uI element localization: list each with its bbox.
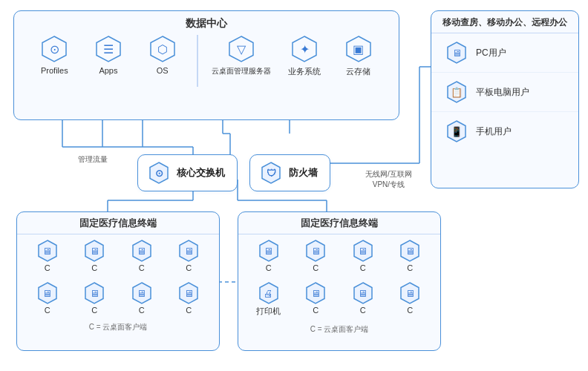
terminal-right-footnote: C = 云桌面客户端 xyxy=(238,321,440,339)
terminal-right-printer: 🖨 打印机 xyxy=(256,281,281,317)
terminal-right-c7: 🖥 C xyxy=(398,281,422,317)
hexagon-apps: ☰ xyxy=(94,35,122,63)
terminal-right-hex4: 🖥 xyxy=(398,239,422,263)
terminal-left-icon1: 🖥 xyxy=(42,246,52,257)
terminal-left-footnote: C = 云桌面客户端 xyxy=(17,319,219,337)
terminal-right-hex6: 🖥 xyxy=(351,281,375,305)
terminal-right-hex1: 🖥 xyxy=(257,239,281,263)
terminal-left-icon6: 🖥 xyxy=(90,288,99,299)
terminal-right-label6: C xyxy=(360,306,366,315)
terminal-left-c4: 🖥 C xyxy=(177,239,200,272)
terminal-left-label4: C xyxy=(186,263,192,272)
terminal-right-hex7: 🖥 xyxy=(398,281,422,305)
hexagon-cloud-storage: ▣ xyxy=(344,35,373,63)
terminal-right-row1: 🖥 C 🖥 C 🖥 xyxy=(238,234,440,277)
terminal-right-icon7: 🖥 xyxy=(405,288,415,299)
terminal-left-label3: C xyxy=(139,263,145,272)
core-switch-icon: ⊙ xyxy=(155,168,163,179)
terminal-right-c6: 🖥 C xyxy=(351,281,375,317)
terminal-left-hex1: 🖥 xyxy=(36,239,59,263)
desktop-mgr-label: 云桌面管理服务器 xyxy=(212,66,271,76)
main-container: 数据中心 ⊙ Profiles ☰ xyxy=(0,0,588,371)
switch-area: ⊙ 核心交换机 🛡 防火墙 xyxy=(137,154,330,191)
terminal-left-hex3: 🖥 xyxy=(130,239,154,263)
terminal-right-label1: C xyxy=(266,263,272,272)
os-label: OS xyxy=(157,66,169,75)
terminal-right-printer-label: 打印机 xyxy=(256,306,281,317)
terminal-left-label1: C xyxy=(45,263,50,272)
phone-user-item: 📱 手机用户 xyxy=(431,112,578,151)
terminal-right-title: 固定医疗信息终端 xyxy=(238,212,440,234)
tablet-user-item: 📋 平板电脑用户 xyxy=(431,73,578,112)
phone-user-label: 手机用户 xyxy=(476,125,512,138)
terminal-right-c2: 🖥 C xyxy=(304,239,327,272)
pc-user-hex: 🖥 xyxy=(445,41,468,65)
icon-profiles: ⊙ Profiles xyxy=(33,35,75,75)
core-switch-box: ⊙ 核心交换机 xyxy=(137,154,238,191)
terminal-right-icon2: 🖥 xyxy=(311,246,321,257)
cloud-storage-label: 云存储 xyxy=(346,66,370,77)
hexagon-desktop-mgr: ▽ xyxy=(227,35,255,63)
mgmt-flow-label: 管理流量 xyxy=(78,154,108,165)
terminal-left-label7: C xyxy=(139,306,145,315)
terminal-left-hex2: 🖥 xyxy=(82,239,106,263)
icon-os: ⬡ OS xyxy=(142,35,183,75)
tablet-user-label: 平板电脑用户 xyxy=(476,86,529,99)
terminal-left-label5: C xyxy=(45,306,50,315)
cloud-storage-icon: ▣ xyxy=(353,42,364,56)
terminal-left-hex8: 🖥 xyxy=(177,281,200,305)
terminal-left-label6: C xyxy=(91,306,97,315)
terminal-right-hex5: 🖥 xyxy=(304,281,327,305)
icon-desktop-mgr: ▽ 云桌面管理服务器 xyxy=(212,35,271,76)
terminal-left-c2: 🖥 C xyxy=(82,239,106,272)
terminal-left-row1: 🖥 C 🖥 C 🖥 xyxy=(17,234,219,277)
terminal-left-hex7: 🖥 xyxy=(130,281,154,305)
terminal-left-icon2: 🖥 xyxy=(90,246,99,257)
terminal-left-label8: C xyxy=(186,306,192,315)
wireless-note: 无线网/互联网 VPN/专线 xyxy=(365,159,412,190)
terminal-right-icon3: 🖥 xyxy=(358,246,368,257)
terminal-right-printer-icon: 🖨 xyxy=(264,288,273,299)
core-switch-hex: ⊙ xyxy=(147,161,171,185)
terminal-left-icon7: 🖥 xyxy=(137,288,146,299)
terminal-left-box: 固定医疗信息终端 🖥 C 🖥 C xyxy=(16,211,220,351)
firewall-label: 防火墙 xyxy=(289,166,318,180)
profiles-icon: ⊙ xyxy=(50,42,59,56)
firewall-box: 🛡 防火墙 xyxy=(249,154,330,191)
hexagon-profiles: ⊙ xyxy=(40,35,68,63)
hexagon-os: ⬡ xyxy=(148,35,177,63)
terminal-right-label4: C xyxy=(407,263,413,272)
icon-biz-system: ✦ 业务系统 xyxy=(284,35,325,77)
terminal-left-hex4: 🖥 xyxy=(177,239,200,263)
firewall-hex: 🛡 xyxy=(259,161,283,185)
apps-icon: ☰ xyxy=(103,42,114,56)
phone-user-icon: 📱 xyxy=(451,126,463,137)
terminal-left-c3: 🖥 C xyxy=(130,239,154,272)
terminal-left-c7: 🖥 C xyxy=(130,281,154,315)
pc-user-icon: 🖥 xyxy=(452,47,462,59)
tablet-user-icon: 📋 xyxy=(451,87,463,98)
core-switch-label: 核心交换机 xyxy=(177,166,225,180)
terminal-right-label2: C xyxy=(313,263,318,272)
terminal-left-label2: C xyxy=(91,263,97,272)
tablet-user-hex: 📋 xyxy=(445,80,468,104)
terminal-right-row2: 🖨 打印机 🖥 C 🖥 xyxy=(238,277,440,321)
terminal-right-icon5: 🖥 xyxy=(311,288,321,299)
terminal-left-icon3: 🖥 xyxy=(137,246,146,257)
mobile-title: 移动查房、移动办公、远程办公 xyxy=(431,11,578,33)
terminal-right-hex3: 🖥 xyxy=(351,239,375,263)
terminal-right-icon4: 🖥 xyxy=(405,246,415,257)
biz-system-label: 业务系统 xyxy=(288,66,321,77)
terminal-left-c1: 🖥 C xyxy=(36,239,59,272)
terminal-left-hex5: 🖥 xyxy=(36,281,59,305)
terminal-left-hex6: 🖥 xyxy=(82,281,106,305)
pc-user-item: 🖥 PC用户 xyxy=(431,33,578,73)
firewall-icon: 🛡 xyxy=(267,168,276,179)
datacenter-box: 数据中心 ⊙ Profiles ☰ xyxy=(13,10,399,120)
terminal-right-c4: 🖥 C xyxy=(398,239,422,272)
icon-apps: ☰ Apps xyxy=(88,35,129,75)
terminal-right-label5: C xyxy=(313,306,318,315)
terminal-right-icon1: 🖥 xyxy=(264,246,273,257)
desktop-mgr-icon: ▽ xyxy=(237,42,246,56)
icon-cloud-storage: ▣ 云存储 xyxy=(338,35,379,77)
